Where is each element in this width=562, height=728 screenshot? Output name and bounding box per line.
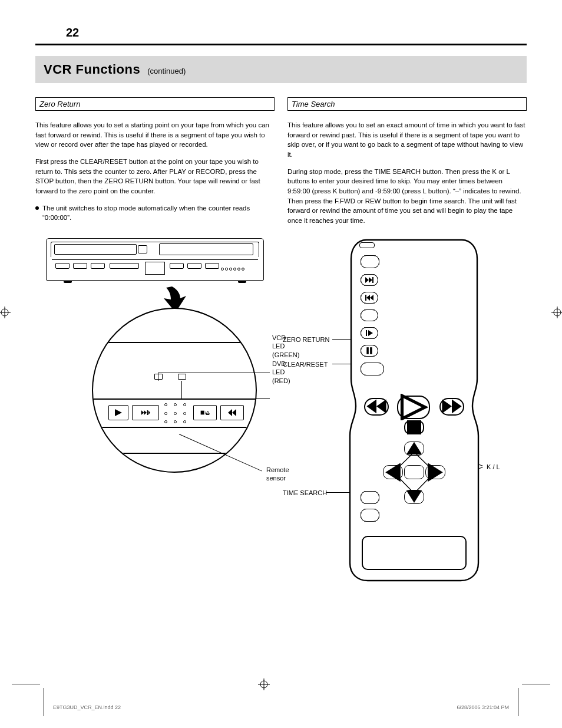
footer-timestamp: 6/28/2005 3:21:04 PM	[457, 704, 509, 710]
skip-back-button[interactable]	[361, 292, 378, 304]
remote-button[interactable]	[361, 255, 379, 268]
svg-text:/: /	[205, 411, 206, 415]
dpad-center-button[interactable]	[404, 465, 424, 479]
down-glyph: L	[507, 168, 510, 175]
crop-mark-icon	[44, 688, 44, 716]
front-button-icon	[73, 263, 87, 269]
front-display-icon	[110, 263, 139, 269]
svg-rect-3	[147, 410, 148, 415]
slow-button[interactable]	[361, 327, 378, 339]
crop-mark-icon	[518, 688, 518, 716]
registration-mark-icon	[258, 678, 270, 690]
ir-window-icon	[359, 242, 375, 248]
svg-marker-29	[385, 463, 401, 482]
time-search-para-2: During stop mode, press the TIME SEARCH …	[287, 167, 527, 226]
zero-return-para-2: First press the CLEAR/RESET button at th…	[35, 157, 275, 196]
stop-button[interactable]	[404, 420, 424, 434]
crop-mark-icon	[12, 684, 40, 684]
svg-marker-0	[115, 409, 122, 416]
play-button[interactable]	[397, 396, 430, 419]
svg-rect-17	[366, 330, 367, 336]
svg-marker-10	[228, 409, 232, 416]
svg-marker-12	[369, 277, 372, 283]
svg-marker-1	[141, 410, 144, 415]
ff-skip-button-icon	[132, 405, 159, 420]
play-button-icon	[108, 405, 128, 420]
remote-button[interactable]	[361, 309, 378, 321]
svg-marker-22	[366, 400, 376, 414]
svg-rect-5	[201, 411, 204, 415]
svg-marker-23	[402, 396, 425, 419]
skip-fwd-button[interactable]	[361, 274, 378, 286]
remote-button-long[interactable]	[361, 363, 384, 375]
time-search-text: or	[498, 168, 506, 175]
svg-rect-14	[365, 295, 366, 301]
zero-return-label: ZERO RETURN	[283, 335, 329, 344]
crop-mark-icon	[522, 684, 550, 684]
section-title: VCR Functions	[44, 62, 140, 77]
svg-marker-16	[370, 295, 373, 301]
section-title-band: VCR Functions (continued)	[35, 56, 527, 83]
unit-figure: / VCR LED (GREEN) DVD LED (RED) Remote s…	[35, 230, 275, 489]
leader-line	[181, 398, 270, 399]
remote-figure: ZERO RETURN CLEAR/RESET TIME SEARCH K / …	[287, 229, 527, 595]
dpad	[383, 442, 445, 504]
page-number: 22	[66, 26, 79, 39]
zero-return-note-text: The unit switches to stop mode automatic…	[42, 203, 275, 223]
registration-mark-icon	[0, 307, 11, 318]
manual-page: 22 VCR Functions (continued) Zero Return…	[0, 0, 562, 728]
front-grid-icon	[145, 262, 165, 275]
top-rule	[35, 44, 527, 45]
front-button-icon	[91, 263, 105, 269]
time-search-text: During stop mode, press the TIME SEARCH …	[287, 168, 492, 175]
ffwd-button[interactable]	[439, 398, 464, 416]
svg-rect-13	[372, 277, 373, 283]
eject-button-icon	[138, 245, 147, 253]
time-search-para-1: This feature allows you to set an exact …	[287, 120, 527, 160]
magnified-panel: /	[92, 308, 257, 473]
registration-mark-icon	[551, 307, 562, 318]
up-down-label: K / L	[487, 463, 500, 471]
zero-return-heading: Zero Return	[35, 97, 275, 111]
zero-return-para-1: This feature allows you to set a startin…	[35, 120, 275, 150]
stop-eject-button-icon: /	[193, 405, 217, 420]
svg-marker-15	[366, 295, 370, 301]
svg-marker-28	[406, 490, 422, 503]
svg-marker-11	[365, 277, 369, 283]
led-pair-icon	[154, 374, 186, 380]
up-glyph: K	[492, 168, 497, 175]
svg-marker-7	[206, 411, 209, 414]
disc-tray-icon	[54, 244, 137, 255]
svg-marker-2	[144, 410, 147, 415]
dpad-left-button[interactable]	[383, 465, 403, 479]
section-subtitle: (continued)	[147, 67, 186, 75]
left-column: Zero Return This feature allows you to s…	[35, 97, 275, 595]
rew-button-icon	[220, 405, 244, 420]
remote-sensor-label: Remote sensor	[266, 466, 289, 483]
svg-marker-30	[428, 463, 443, 482]
pause-button[interactable]	[361, 345, 378, 357]
svg-marker-27	[406, 442, 422, 454]
svg-rect-8	[206, 414, 209, 415]
zero-return-note: The unit switches to stop mode automatic…	[35, 203, 275, 223]
dpad-up-button[interactable]	[404, 442, 424, 456]
svg-marker-9	[232, 409, 236, 416]
svg-rect-26	[407, 420, 421, 434]
svg-marker-24	[442, 400, 452, 414]
dpad-right-button[interactable]	[425, 465, 445, 479]
remote-button[interactable]	[361, 491, 379, 504]
leader-line	[158, 373, 270, 373]
footer-file-tag: E9TG3UD_VCR_EN.indd 22	[53, 704, 121, 710]
vcr-unit-drawing	[46, 238, 264, 281]
remote-storage-icon	[362, 536, 467, 570]
leader-line	[158, 373, 158, 381]
rew-button[interactable]	[364, 398, 389, 416]
remote-sensor-grid-icon	[163, 402, 187, 424]
time-search-heading: Time Search	[287, 97, 527, 111]
clear-reset-label: CLEAR/RESET	[283, 360, 328, 368]
front-button-icon	[205, 263, 219, 269]
remote-button[interactable]	[361, 509, 379, 522]
dpad-down-button[interactable]	[404, 490, 424, 504]
front-button-icon	[187, 263, 201, 269]
down-glyph: L	[423, 187, 427, 195]
